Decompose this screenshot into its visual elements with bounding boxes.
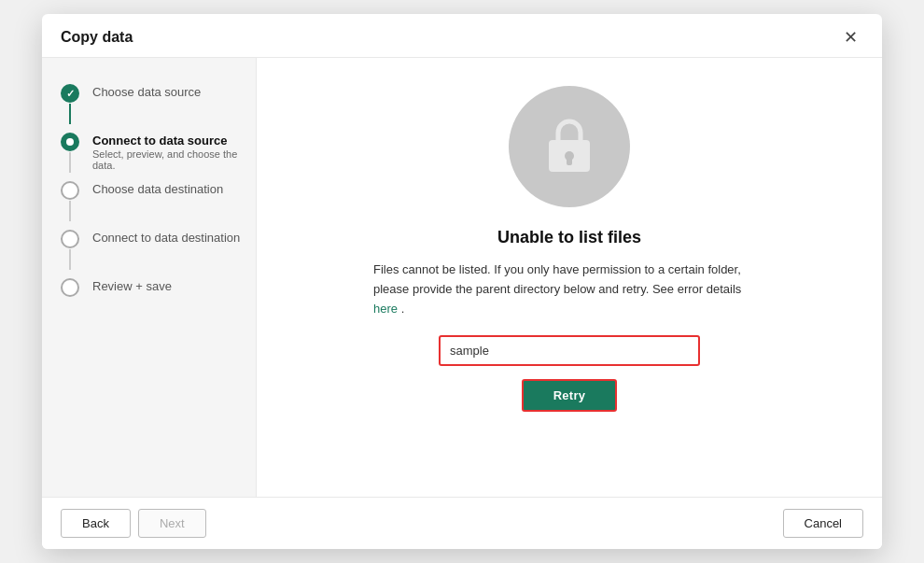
- step-circle-1: ✓: [61, 84, 79, 103]
- sidebar-item-choose-destination: Choose data destination: [42, 177, 256, 226]
- step-label-col-1: Choose data source: [92, 84, 201, 99]
- step-line-4: [69, 249, 71, 270]
- footer-left: Back Next: [61, 509, 206, 538]
- step-label-2: Connect to data source: [92, 134, 241, 148]
- error-title: Unable to list files: [497, 228, 641, 247]
- cancel-button[interactable]: Cancel: [783, 509, 863, 538]
- main-content: Unable to list files Files cannot be lis…: [257, 58, 882, 497]
- next-button[interactable]: Next: [138, 509, 206, 538]
- step-indicator-col-2: [57, 133, 83, 174]
- step-label-col-5: Review + save: [92, 278, 172, 293]
- dialog-header: Copy data ✕: [42, 14, 882, 58]
- step-line-3: [69, 201, 71, 221]
- step-label-col-4: Connect to data destination: [92, 230, 240, 245]
- dialog-footer: Back Next Cancel: [42, 497, 882, 549]
- copy-data-dialog: Copy data ✕ ✓ Choose data source: [42, 14, 882, 549]
- sidebar-item-connect-destination: Connect to data destination: [42, 226, 256, 274]
- step-label-1: Choose data source: [92, 85, 201, 99]
- step-sublabel-2: Select, preview, and choose the data.: [92, 148, 241, 171]
- step-label-col-3: Choose data destination: [92, 181, 223, 196]
- svg-rect-2: [567, 158, 572, 165]
- step-indicator-col-5: [57, 278, 83, 297]
- error-details-link[interactable]: here: [373, 302, 398, 316]
- close-button[interactable]: ✕: [838, 27, 863, 48]
- directory-input[interactable]: [439, 335, 700, 366]
- dialog-body: ✓ Choose data source Connect to data: [42, 58, 882, 497]
- step-label-4: Connect to data destination: [92, 231, 240, 245]
- back-button[interactable]: Back: [61, 509, 131, 538]
- step-label-5: Review + save: [92, 279, 172, 293]
- step-indicator-col-3: [57, 181, 83, 222]
- sidebar-item-connect-source: Connect to data source Select, preview, …: [42, 129, 256, 177]
- step-circle-3: [61, 181, 79, 200]
- step-dot-2: [66, 138, 74, 146]
- sidebar-item-choose-source: ✓ Choose data source: [42, 80, 256, 129]
- step-circle-5: [61, 278, 79, 297]
- step-circle-4: [61, 230, 79, 248]
- dialog-title: Copy data: [61, 29, 133, 46]
- lock-icon-circle: [509, 86, 630, 207]
- step-label-col-2: Connect to data source Select, preview, …: [92, 133, 241, 171]
- footer-right: Cancel: [783, 509, 863, 538]
- sidebar-item-review-save: Review + save: [42, 274, 256, 301]
- retry-button[interactable]: Retry: [522, 379, 618, 412]
- step-indicator-col-1: ✓: [57, 84, 83, 125]
- step-indicator-col-4: [57, 230, 83, 271]
- step-line-1: [69, 104, 71, 124]
- lock-icon: [537, 114, 602, 179]
- error-desc-text1: Files cannot be listed. If you only have…: [373, 262, 741, 296]
- step-check-1: ✓: [66, 88, 75, 100]
- step-line-2: [69, 152, 71, 173]
- sidebar: ✓ Choose data source Connect to data: [42, 58, 257, 497]
- error-desc-text2: .: [398, 302, 404, 316]
- error-description: Files cannot be listed. If you only have…: [373, 260, 765, 318]
- step-label-3: Choose data destination: [92, 182, 223, 196]
- step-circle-2: [61, 133, 79, 151]
